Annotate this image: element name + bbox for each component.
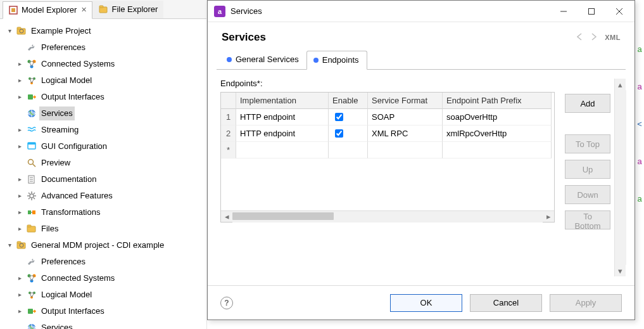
scroll-left-icon[interactable]: ◂ <box>221 211 232 223</box>
twisty-icon[interactable]: ▸ <box>15 76 24 85</box>
cancel-button[interactable]: Cancel <box>470 294 542 312</box>
nav-forward-icon[interactable] <box>591 33 601 42</box>
enable-checkbox[interactable] <box>335 113 343 121</box>
ok-button[interactable]: OK <box>390 294 462 312</box>
tree-item-services[interactable]: Services <box>4 105 205 122</box>
svg-rect-26 <box>32 210 35 214</box>
explorer-panel: Model Explorer ✕ File Explorer ▾ Example… <box>0 0 207 329</box>
tree-item-label: Preview <box>39 156 72 170</box>
vertical-scrollbar[interactable]: ▴ ▾ <box>614 79 626 276</box>
tree-item-streaming[interactable]: ▸ Streaming <box>4 122 205 138</box>
tree-item-files[interactable]: ▸ Files <box>4 221 205 237</box>
tree-item-label: Preferences <box>39 41 87 55</box>
twisty-icon[interactable]: ▸ <box>15 307 24 316</box>
twisty-icon[interactable]: ▸ <box>15 126 24 134</box>
empty-cell[interactable] <box>368 142 443 158</box>
tree-item-preview[interactable]: Preview <box>4 155 205 171</box>
nav-back-icon[interactable] <box>577 33 587 42</box>
twisty-icon[interactable]: ▸ <box>15 208 24 217</box>
scroll-up-icon[interactable]: ▴ <box>615 79 626 90</box>
tree-item-label: Output Interfaces <box>39 304 106 318</box>
twisty-icon[interactable]: ▸ <box>15 224 24 233</box>
close-icon[interactable]: ✕ <box>81 6 87 14</box>
search-icon <box>27 158 37 168</box>
tree-item-logical-model[interactable]: ▸ Logical Model <box>4 287 205 303</box>
cell-prefix[interactable]: soapOverHttp <box>443 109 552 126</box>
twisty-icon[interactable]: ▸ <box>15 60 24 68</box>
down-button[interactable]: Down <box>565 185 610 204</box>
cell-enable[interactable] <box>329 126 368 142</box>
tree-item-label: Advanced Features <box>39 189 115 203</box>
tree-item-output-interfaces[interactable]: ▸ Output Interfaces <box>4 89 205 105</box>
twisty-icon[interactable]: ▾ <box>5 27 14 35</box>
tab-general-services[interactable]: General Services <box>220 50 306 69</box>
column-header[interactable]: Endpoint Path Prefix <box>443 93 552 109</box>
view-xml-link[interactable]: XML <box>605 34 621 41</box>
twisty-icon[interactable]: ▸ <box>15 93 24 101</box>
project-row[interactable]: ▾ Example Project <box>4 23 205 39</box>
up-button[interactable]: Up <box>565 160 610 179</box>
window-title: Services <box>230 6 550 16</box>
scroll-track[interactable] <box>232 211 543 223</box>
to-top-button[interactable]: To Top <box>565 134 610 153</box>
cell-implementation[interactable]: HTTP endpoint <box>236 126 329 142</box>
tab-file-explorer[interactable]: File Explorer <box>92 1 163 18</box>
tab-label: Endpoints <box>322 55 359 65</box>
tab-label: File Explorer <box>111 4 158 14</box>
twisty-icon[interactable]: ▸ <box>15 175 24 184</box>
cell-format[interactable]: SOAP <box>368 109 443 126</box>
empty-cell[interactable] <box>443 142 552 158</box>
tree-item-documentation[interactable]: ▸ Documentation <box>4 171 205 188</box>
new-row-marker[interactable]: * <box>221 142 236 158</box>
tree-item-preferences[interactable]: Preferences <box>4 254 205 270</box>
row-number[interactable]: 1 <box>221 109 236 126</box>
twisty-icon[interactable]: ▸ <box>15 142 24 151</box>
row-number-header <box>221 93 236 109</box>
column-header[interactable]: Service Format <box>368 93 443 109</box>
twisty-icon[interactable]: ▸ <box>15 191 24 200</box>
to-bottom-button[interactable]: To Bottom <box>565 210 610 229</box>
maximize-button[interactable] <box>578 2 605 21</box>
project-row[interactable]: ▾ General MDM project - CDI example <box>4 237 205 254</box>
scroll-right-icon[interactable]: ▸ <box>543 211 554 223</box>
tree-item-preferences[interactable]: Preferences <box>4 39 205 56</box>
minimize-button[interactable] <box>550 2 578 21</box>
tree-item-gui-configuration[interactable]: ▸ GUI Configuration <box>4 138 205 155</box>
tree-item-output-interfaces[interactable]: ▸ Output Interfaces <box>4 303 205 319</box>
scroll-down-icon[interactable]: ▾ <box>615 265 626 276</box>
cell-enable[interactable] <box>329 109 368 126</box>
cell-format[interactable]: XML RPC <box>368 126 443 142</box>
twisty-icon[interactable]: ▸ <box>15 274 24 283</box>
apply-button[interactable]: Apply <box>550 294 622 312</box>
tree-item-advanced-features[interactable]: ▸ Advanced Features <box>4 188 205 204</box>
scroll-thumb[interactable] <box>232 212 334 220</box>
gear-icon <box>27 191 37 201</box>
scroll-track[interactable] <box>615 90 626 265</box>
column-header[interactable]: Enable <box>329 93 368 109</box>
tree-item-label: GUI Configuration <box>39 139 109 153</box>
empty-cell[interactable] <box>236 142 329 158</box>
twisty-icon[interactable]: ▾ <box>5 241 14 250</box>
explorer-tabstrip: Model Explorer ✕ File Explorer <box>0 0 206 19</box>
close-button[interactable] <box>605 2 633 21</box>
add-button[interactable]: Add <box>565 94 610 113</box>
tree-item-label: Documentation <box>39 172 98 186</box>
cell-implementation[interactable]: HTTP endpoint <box>236 109 329 126</box>
tab-model-explorer[interactable]: Model Explorer ✕ <box>3 1 92 19</box>
column-header[interactable]: Implementation <box>236 93 329 109</box>
tree-item-services[interactable]: Services <box>4 319 205 329</box>
cell-prefix[interactable]: xmlRpcOverHttp <box>443 126 552 142</box>
tree-item-label: Logical Model <box>39 74 94 87</box>
tree-item-logical-model[interactable]: ▸ Logical Model <box>4 72 205 89</box>
enable-checkbox[interactable] <box>335 129 343 138</box>
tree-item-transformations[interactable]: ▸ Transformations <box>4 204 205 221</box>
twisty-icon[interactable]: ▸ <box>15 290 24 299</box>
horizontal-scrollbar[interactable]: ◂ ▸ <box>221 210 554 222</box>
row-number[interactable]: 2 <box>221 126 236 142</box>
tab-endpoints[interactable]: Endpoints <box>306 51 367 70</box>
tree-item-connected-systems[interactable]: ▸ Connected Systems <box>4 270 205 287</box>
tree-item-connected-systems[interactable]: ▸ Connected Systems <box>4 56 205 72</box>
empty-cell[interactable] <box>329 142 368 158</box>
tree-item-label: Services <box>39 321 75 329</box>
help-button[interactable]: ? <box>220 297 233 309</box>
